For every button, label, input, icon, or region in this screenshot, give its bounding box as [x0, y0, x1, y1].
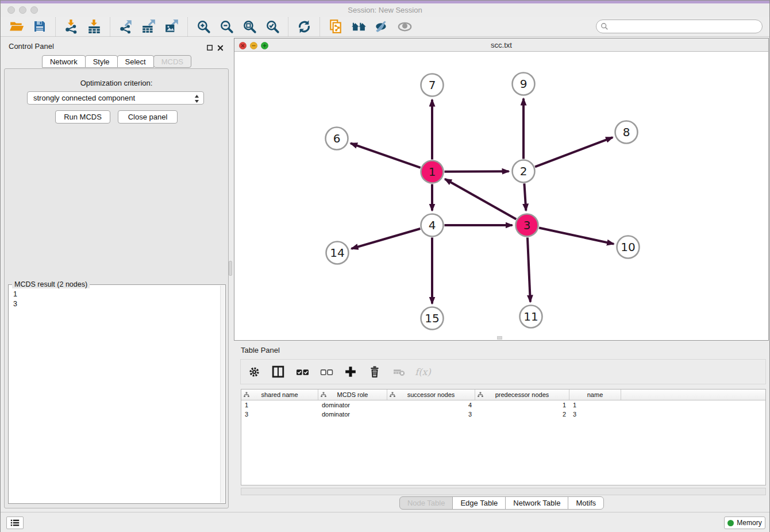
export-image-icon[interactable] [160, 18, 183, 35]
column-sort-icon[interactable] [390, 392, 395, 399]
close-panel-icon[interactable] [217, 43, 224, 53]
import-network-icon[interactable] [60, 18, 83, 35]
node-table[interactable]: shared nameMCDS rolesuccessor nodesprede… [241, 389, 766, 485]
graph-edge-3-1[interactable] [445, 179, 516, 219]
zoom-in-icon[interactable] [192, 18, 215, 35]
optimization-criterion-dropdown[interactable]: strongly connected component [27, 91, 204, 105]
table-cell[interactable]: 3 [569, 410, 621, 419]
graph-node-14[interactable]: 14 [326, 242, 349, 264]
tab-motifs[interactable]: Motifs [568, 496, 604, 510]
tab-edge-table[interactable]: Edge Table [452, 496, 506, 510]
task-history-button[interactable] [6, 516, 24, 529]
settings-gear-icon[interactable] [247, 364, 261, 379]
titlebar[interactable]: Session: New Session [1, 3, 769, 17]
run-mcds-button[interactable]: Run MCDS [55, 110, 110, 124]
birds-eye-view-icon[interactable] [393, 18, 416, 35]
close-panel-button[interactable]: Close panel [118, 110, 178, 124]
canvas-scrollbar-thumb[interactable] [497, 336, 502, 340]
table-cell[interactable]: dominator [318, 410, 387, 419]
fx-label: f(x) [415, 367, 430, 377]
float-panel-icon[interactable] [207, 43, 213, 53]
table-cell[interactable]: 1 [475, 400, 569, 410]
graph-node-9[interactable]: 9 [513, 73, 535, 95]
table-row[interactable]: 3dominator323 [241, 410, 765, 419]
graph-node-2[interactable]: 2 [513, 160, 535, 183]
table-cell[interactable]: 4 [387, 400, 475, 410]
graph-edge-2-8[interactable] [535, 137, 613, 167]
memory-label: Memory [737, 519, 761, 527]
export-network-icon[interactable] [114, 18, 137, 35]
column-header-MCDS-role[interactable]: MCDS role [318, 390, 387, 400]
graph-node-1[interactable]: 1 [421, 161, 444, 183]
network-view-titlebar[interactable]: scc.txt [234, 38, 768, 52]
column-header-predecessor-nodes[interactable]: predecessor nodes [475, 390, 569, 400]
tab-network[interactable]: Network [42, 55, 86, 68]
deselect-all-checks-icon[interactable] [319, 364, 334, 379]
export-table-icon[interactable] [137, 18, 160, 35]
graph-edge-2-3[interactable] [524, 183, 526, 210]
graph-edge-4-14[interactable] [351, 229, 420, 249]
tab-node-table[interactable]: Node Table [399, 496, 453, 510]
graph-node-3[interactable]: 3 [516, 214, 538, 237]
open-session-icon[interactable] [5, 18, 28, 35]
table-body: 1dominator4113dominator323 [241, 400, 765, 419]
graph-node-7[interactable]: 7 [421, 74, 444, 97]
table-row[interactable]: 1dominator411 [241, 400, 765, 410]
mcds-result-list[interactable]: 13 [10, 287, 220, 502]
graph-edge-1-6[interactable] [351, 143, 421, 167]
graph-edge-3-11[interactable] [528, 237, 530, 302]
column-sort-icon[interactable] [244, 392, 249, 399]
table-cell[interactable]: 2 [475, 410, 569, 419]
column-header-shared-name[interactable]: shared name [241, 390, 318, 400]
column-label: name [587, 391, 603, 398]
graph-node-4[interactable]: 4 [421, 214, 444, 237]
save-session-icon[interactable] [28, 18, 51, 35]
function-builder-icon[interactable]: f(x) [415, 364, 430, 379]
mcds-result-item: 3 [13, 299, 216, 309]
graph-edge-3-10[interactable] [539, 228, 614, 244]
graph-node-15[interactable]: 15 [421, 307, 444, 330]
graph-edge-1-2[interactable] [444, 171, 509, 172]
table-toolbar: f(x) [240, 359, 766, 384]
select-all-checks-icon[interactable] [295, 364, 310, 379]
graph-node-6[interactable]: 6 [326, 128, 348, 150]
delete-table-icon[interactable] [391, 364, 406, 379]
svg-text:4: 4 [429, 218, 436, 232]
zoom-out-icon[interactable] [215, 18, 238, 35]
add-row-icon[interactable] [343, 364, 358, 379]
graph-node-8[interactable]: 8 [615, 121, 638, 144]
table-cell[interactable]: 1 [569, 400, 621, 410]
memory-button[interactable]: Memory [724, 516, 765, 529]
table-cell[interactable]: 3 [387, 410, 475, 419]
column-header-name[interactable]: name [569, 390, 621, 400]
tab-select[interactable]: Select [117, 55, 154, 68]
network-overview-icon[interactable] [347, 18, 370, 35]
table-cell[interactable]: 3 [241, 410, 318, 419]
zoom-selected-icon[interactable] [261, 18, 284, 35]
import-table-icon[interactable] [83, 18, 106, 35]
panel-splitter-handle[interactable] [229, 261, 232, 276]
mcds-result-scrollbar[interactable] [220, 286, 225, 503]
network-canvas[interactable]: 7968124314101511 [234, 52, 768, 340]
show-columns-icon[interactable] [271, 364, 286, 379]
graph-node-10[interactable]: 10 [617, 236, 640, 259]
search-input[interactable] [596, 20, 763, 33]
column-sort-icon[interactable] [321, 392, 326, 399]
table-cell[interactable]: dominator [318, 400, 387, 410]
column-header-successor-nodes[interactable]: successor nodes [387, 390, 475, 400]
hide-graphics-details-icon[interactable] [370, 18, 393, 35]
toolbar-separator [110, 17, 110, 36]
table-cell[interactable]: 1 [241, 400, 318, 410]
column-sort-icon[interactable] [478, 392, 483, 399]
delete-row-icon[interactable] [367, 364, 382, 379]
zoom-fit-icon[interactable] [238, 18, 261, 35]
tab-mcds[interactable]: MCDS [153, 55, 191, 68]
duplicate-network-icon[interactable] [324, 18, 347, 35]
graph-node-11[interactable]: 11 [520, 306, 542, 328]
search-field[interactable] [596, 20, 763, 33]
refresh-layout-icon[interactable] [292, 18, 315, 35]
tab-network-table[interactable]: Network Table [505, 496, 568, 510]
tab-style[interactable]: Style [85, 55, 118, 68]
svg-text:6: 6 [333, 132, 341, 145]
table-hscrollbar[interactable] [241, 488, 766, 495]
